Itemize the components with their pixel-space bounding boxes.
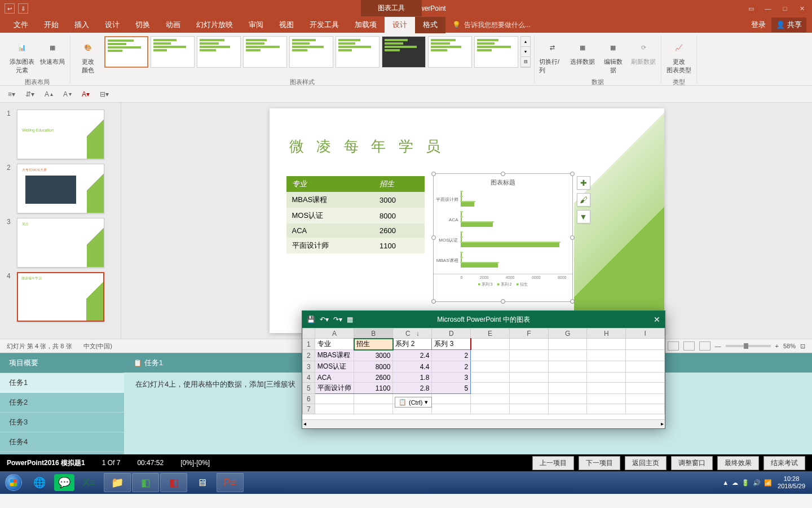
task-nav-item[interactable]: 任务2 [0,393,124,413]
tab-transitions[interactable]: 切换 [127,16,158,33]
prev-item-button[interactable]: 上一项目 [532,456,574,470]
indent-btn[interactable]: ⊟▾ [98,89,111,99]
line-spacing-dropdown[interactable]: ⇵▾ [23,89,37,99]
chart-style-item[interactable] [243,36,287,68]
tray-icon[interactable]: ▲ [722,479,729,487]
zoom-level[interactable]: 58% [783,343,796,349]
add-chart-element-button[interactable]: 📊 添加图表 元素 [8,36,36,77]
tell-me[interactable]: 💡告诉我您想要做什么... [452,20,531,30]
chart-style-item[interactable] [336,36,379,68]
slide-data-table[interactable]: 专业招生 MBAS课程3000 MOS认证8000 ACA2600 平面设计师1… [286,176,425,253]
paste-options-button[interactable]: 📋 (Ctrl)▾ [395,397,432,408]
tab-insert[interactable]: 插入 [67,16,97,33]
tab-home[interactable]: 开始 [36,16,67,33]
share-button[interactable]: 👤 共享 [771,17,806,32]
align-dropdown[interactable]: ≡▾ [6,89,17,99]
tab-view[interactable]: 视图 [271,16,302,33]
task-nav-item[interactable]: 任务3 [0,413,124,432]
wechat-icon[interactable]: 💬 [54,474,74,491]
vertical-scrollbar[interactable] [803,103,812,339]
chart-style-item[interactable] [197,36,241,68]
slideshow-view-button[interactable] [699,341,710,351]
save-icon[interactable]: 💾 [307,316,315,323]
redo-icon[interactable]: ↷▾ [333,316,342,323]
app-icon[interactable]: 🖥 [188,473,215,492]
tray-clock[interactable]: 10:282018/5/29 [778,475,805,490]
app-icon[interactable]: ◧ [160,473,187,492]
slide-thumbnails-panel[interactable]: 1 Welling Education 2 大专页MOS大赛 3 简介 4 微凌… [0,103,121,339]
chart-style-item[interactable] [289,36,333,68]
fit-button[interactable]: ⊡ [800,343,805,350]
close-button[interactable]: ✕ [794,3,810,14]
chart-style-item[interactable] [474,36,518,68]
task-nav-item[interactable]: 任务4 [0,432,124,452]
slide-canvas[interactable]: 微 凌 每 年 学 员 专业招生 MBAS课程3000 MOS认证8000 AC… [121,103,812,339]
chart-plot-area[interactable]: 平面设计师 ACA MOS认证 MBAS课程 [434,189,572,274]
slide-thumbnail[interactable]: 大专页MOS大赛 [17,164,104,213]
excel-grid[interactable]: AB C ↓D EF GHI 1 专业 招生 系列 2 系列 3 2 MBAS课… [302,328,665,414]
edit-data-button[interactable]: ▦编辑数 据 [599,36,627,77]
chart-legend[interactable]: 系列 3系列 2招生 [434,279,572,290]
excel-icon[interactable]: X≡ [76,473,103,492]
adjust-window-button[interactable]: 调整窗口 [671,456,713,470]
slide-thumbnail[interactable]: Welling Education [17,110,104,159]
slide-thumbnail[interactable]: 简介 [17,218,104,268]
chart-style-item[interactable] [382,36,426,68]
refresh-data-button[interactable]: ⟳刷新数据 [629,36,657,68]
chrome-icon[interactable]: 🌐 [26,473,53,492]
tab-slideshow[interactable]: 幻灯片放映 [188,16,241,33]
chart-style-item[interactable] [428,36,472,68]
explorer-icon[interactable]: 📁 [104,473,131,492]
change-colors-button[interactable]: 🎨 更改 颜色 [74,36,102,77]
powerpoint-icon[interactable]: P≡ [217,473,244,492]
change-chart-type-button[interactable]: 📈更改 图表类型 [665,36,693,77]
chart-title[interactable]: 图表标题 [434,174,572,189]
font-size-down[interactable]: A▾ [61,89,74,99]
switch-row-column-button[interactable]: ⇄切换行/列 [538,36,566,77]
chart-style-item[interactable] [104,36,148,68]
chart-style-item[interactable] [151,36,195,68]
chart-brush-icon[interactable]: 🖌 [577,193,590,207]
chart-plus-icon[interactable]: ✚ [577,176,590,190]
ribbon-options-icon[interactable]: ▭ [743,3,759,14]
task-nav-item[interactable]: 任务1 [0,373,124,393]
preview-button[interactable]: 最终效果 [717,456,759,470]
tab-developer[interactable]: 开发工具 [302,16,347,33]
tab-animations[interactable]: 动画 [158,16,188,33]
chart-filter-icon[interactable]: ▼ [577,210,590,224]
end-exam-button[interactable]: 结束考试 [764,456,805,470]
excel-close-button[interactable]: ✕ [654,315,660,324]
return-home-button[interactable]: 返回主页 [625,456,667,470]
task-nav-overview[interactable]: 项目概要 [0,353,124,373]
minimize-button[interactable]: — [760,3,776,14]
start-button[interactable] [2,473,25,492]
lang-indicator[interactable]: 中文(中国) [83,342,112,351]
app-icon[interactable]: ◧ [132,473,159,492]
font-color[interactable]: A▾ [80,89,92,99]
next-item-button[interactable]: 下一项目 [579,456,620,470]
quick-layout-button[interactable]: ▦ 快速布局 [38,36,67,68]
sorter-view-button[interactable] [668,341,679,351]
tab-review[interactable]: 审阅 [241,16,271,33]
excel-data-window[interactable]: 💾 ↶▾ ↷▾ ▦ Microsoft PowerPoint 中的图表 ✕ AB… [302,310,665,429]
grid-icon[interactable]: ▦ [347,316,353,323]
tray-icon[interactable]: ☁ [732,479,738,487]
qat-btn[interactable]: ↩ [5,3,15,14]
select-data-button[interactable]: ▦选择数据 [568,36,597,68]
excel-h-scrollbar[interactable]: ◂ ▸ [302,419,665,428]
tab-chart-design[interactable]: 设计 [385,16,415,33]
tab-chart-format[interactable]: 格式 [415,16,445,33]
login-link[interactable]: 登录 [751,20,766,30]
qat-btn[interactable]: ⇩ [18,3,28,14]
undo-icon[interactable]: ↶▾ [320,316,329,323]
slide-title[interactable]: 微 凌 每 年 学 员 [289,137,445,156]
maximize-button[interactable]: □ [777,3,793,14]
tray-icon[interactable]: 🔊 [753,479,761,487]
slide-thumbnail[interactable]: 微凌每年学员 [17,272,104,322]
tray-icon[interactable]: 📶 [764,479,772,487]
style-gallery-more[interactable]: ▴▾⊟ [520,36,531,68]
tab-addins[interactable]: 加载项 [347,16,385,33]
tab-design-slide[interactable]: 设计 [97,16,127,33]
chart-object[interactable]: 图表标题 平面设计师 ACA MOS认证 MBAS课程 020004000600… [433,173,573,302]
reading-view-button[interactable] [683,341,695,351]
